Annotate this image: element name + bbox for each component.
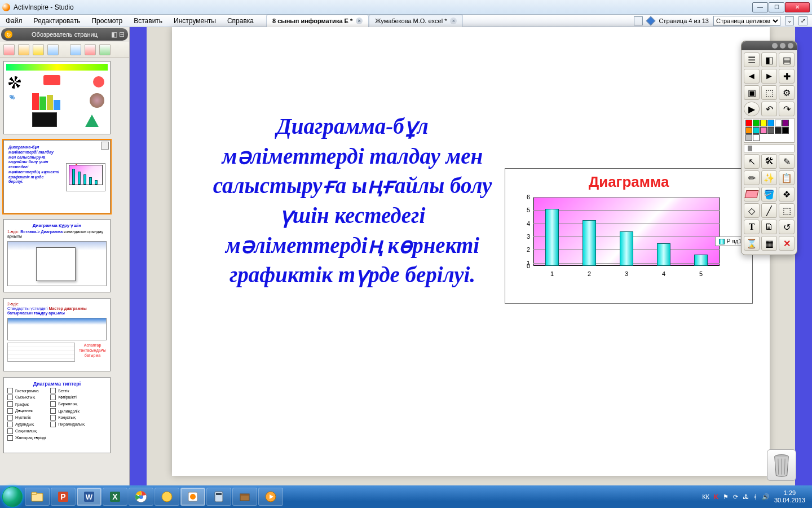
refresh-icon[interactable]: ↻ [5, 30, 12, 38]
fill-tool-icon[interactable]: 🪣 [761, 187, 777, 202]
close-button[interactable]: ✕ [785, 2, 810, 12]
browser-notes-icon[interactable] [47, 44, 59, 55]
color-swatch[interactable] [767, 120, 774, 126]
browser-pages-icon[interactable] [3, 44, 15, 55]
menu-file[interactable]: Файл [0, 15, 28, 27]
prev-page-icon[interactable]: ◄ [744, 69, 760, 84]
highlighter-tool-icon[interactable]: ✏ [744, 170, 760, 185]
tray-language[interactable]: КК [702, 493, 709, 500]
start-vote-icon[interactable]: ▣ [744, 85, 760, 100]
tray-clock[interactable]: 1:29 30.04.2013 [774, 489, 805, 504]
menu-insert[interactable]: Вставить [128, 15, 168, 27]
pen-tool-icon[interactable]: ✎ [779, 154, 795, 169]
color-swatch[interactable] [753, 127, 760, 134]
menu-view[interactable]: Просмотр [86, 15, 128, 27]
revealer-tool-icon[interactable]: ▦ [761, 236, 777, 251]
pen-width-slider[interactable] [744, 144, 795, 152]
timer-tool-icon[interactable]: ⌛ [744, 236, 760, 251]
zoom-select[interactable]: Страница целиком [713, 16, 780, 26]
minimize-button[interactable]: — [752, 2, 768, 12]
fullscreen-icon[interactable]: ⤢ [798, 16, 807, 25]
toolbox-roll-icon[interactable] [772, 43, 778, 49]
menu-edit[interactable]: Редактировать [28, 15, 86, 27]
toolbox-close-icon[interactable] [788, 43, 793, 49]
redo-icon[interactable]: ↷ [779, 102, 795, 116]
presentation-mode-icon[interactable] [646, 16, 656, 25]
tray-volume-icon[interactable]: 🔊 [762, 493, 770, 501]
page-thumb[interactable]: 2-әдіс: Стандартты үстелдегі Мастер диаг… [3, 298, 111, 371]
undo-icon[interactable]: ↶ [761, 102, 777, 116]
next-page-icon[interactable]: ► [761, 69, 777, 84]
color-swatch[interactable] [775, 120, 782, 126]
page-thumb[interactable]: % [3, 61, 111, 134]
page-browser-header[interactable]: ↻ Обозреватель страниц ◧ ⊟ [1, 28, 128, 41]
magic-ink-icon[interactable]: ✨ [761, 170, 777, 185]
taskbar-winrar-icon[interactable] [232, 488, 257, 506]
chart-panel[interactable]: Диаграмма 6 [505, 168, 753, 304]
options-dropdown-icon[interactable]: ⌄ [785, 16, 794, 25]
tools-menu-icon[interactable]: ⚙ [779, 85, 795, 100]
main-toolbox[interactable]: ☰ ◧ ▤ ◄ ► ✚ ▣ ⬚ ⚙ ▶ ↶ ↷ [741, 41, 797, 255]
paste-icon[interactable]: 📋 [779, 170, 795, 185]
clear-icon[interactable]: ❖ [779, 187, 795, 202]
new-page-icon[interactable]: 🗎 [761, 220, 777, 234]
text-tool-icon[interactable]: T [744, 220, 760, 234]
taskbar-excel-icon[interactable]: X [103, 488, 127, 506]
toolbox-header[interactable] [742, 41, 797, 50]
start-button[interactable] [2, 487, 23, 507]
browser-properties-icon[interactable] [70, 44, 81, 55]
menu-tools[interactable]: Инструменты [168, 15, 222, 27]
taskbar-chrome-icon[interactable] [129, 488, 153, 506]
annotate-desktop-icon[interactable]: ▤ [779, 52, 795, 67]
tab-flipchart-2[interactable]: Жумабекова М.О. excel * × [369, 15, 463, 27]
select-tool-icon[interactable]: ↖ [744, 154, 760, 169]
design-mode-icon[interactable] [634, 16, 643, 25]
taskbar-activinspire-icon[interactable] [180, 488, 205, 506]
browser-actions-icon[interactable] [85, 44, 96, 55]
browser-objects-icon[interactable] [33, 44, 44, 55]
page-thumb[interactable]: Диаграмма типтері Гистограмма Сызықтық Г… [3, 377, 111, 453]
page-thumb[interactable]: Диаграмма құру үшін 1-әдіс: Вставка-> Ди… [3, 219, 111, 292]
tab-close-icon[interactable]: × [356, 17, 363, 24]
taskbar-app1-icon[interactable] [155, 488, 179, 506]
color-swatch[interactable] [745, 127, 752, 134]
color-swatch[interactable] [760, 127, 767, 134]
taskbar-word-icon[interactable]: W [77, 488, 102, 506]
trash-bin[interactable] [767, 449, 796, 481]
shape-tool-icon[interactable]: ◇ [744, 203, 760, 218]
tray-kaspersky-icon[interactable]: K [714, 493, 718, 500]
color-swatch[interactable] [782, 127, 789, 134]
taskbar-explorer-icon[interactable] [25, 488, 50, 506]
eraser-tool-icon[interactable] [744, 187, 760, 202]
delete-icon[interactable]: ✕ [779, 236, 795, 251]
color-swatch[interactable] [745, 134, 752, 141]
system-tray[interactable]: КК K ⚑ ⟳ 🖧 ᚼ 🔊 1:29 30.04.2013 [702, 489, 810, 504]
switch-profile-icon[interactable]: ◧ [761, 52, 777, 67]
maximize-button[interactable]: ☐ [769, 2, 784, 12]
color-swatch[interactable] [767, 127, 774, 134]
expresspoll-icon[interactable]: ⬚ [761, 85, 777, 100]
flipchart-page[interactable]: Диаграмма-бұл мәліметтерді талдау мен са… [172, 27, 770, 476]
panel-pin-icon[interactable]: ◧ ⊟ [111, 30, 125, 38]
connector-tool-icon[interactable]: ╱ [761, 203, 777, 218]
menu-help[interactable]: Справка [222, 15, 259, 27]
tools-icon[interactable]: 🛠 [761, 154, 777, 169]
taskbar-powerpoint-icon[interactable]: P [51, 488, 76, 506]
browser-voting-icon[interactable] [99, 44, 111, 55]
tray-bluetooth-icon[interactable]: ᚼ [753, 493, 757, 500]
browser-resources-icon[interactable] [18, 44, 29, 55]
taskbar-calc-icon[interactable] [206, 488, 231, 506]
tab-close-icon[interactable]: × [450, 17, 457, 24]
play-icon[interactable]: ▶ [744, 102, 760, 116]
tray-flag-icon[interactable]: ⚑ [723, 493, 729, 501]
main-menu-icon[interactable]: ☰ [744, 52, 760, 67]
color-swatch[interactable] [753, 120, 760, 126]
reset-page-icon[interactable]: ↺ [779, 220, 795, 234]
color-swatch[interactable] [775, 127, 782, 134]
tray-network-icon[interactable]: 🖧 [743, 493, 749, 500]
color-swatch[interactable] [782, 120, 789, 126]
color-swatch[interactable] [753, 134, 760, 141]
color-swatch[interactable] [760, 120, 767, 126]
toolbox-pin-icon[interactable] [780, 43, 785, 49]
page-thumbnails[interactable]: % Диаграмма-бұл мәліметтерді талдау мен … [0, 58, 129, 485]
